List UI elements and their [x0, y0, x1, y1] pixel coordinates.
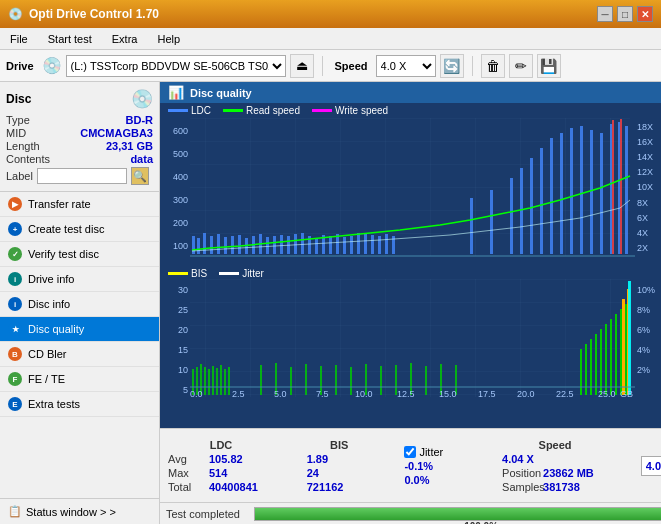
menu-file[interactable]: File [4, 31, 34, 47]
eject-button[interactable]: ⏏ [290, 54, 314, 78]
chart-top: 600 500 400 300 200 100 18X 16X 14X 12X … [160, 118, 661, 268]
svg-text:18X: 18X [637, 122, 653, 132]
status-window-label: Status window > > [26, 506, 116, 518]
svg-rect-47 [510, 178, 513, 254]
bis-header: BIS [307, 439, 372, 451]
nav-label-disc-info: Disc info [28, 298, 70, 310]
svg-rect-52 [560, 133, 563, 254]
minimize-button[interactable]: ─ [597, 6, 613, 22]
progress-bar-container: Test completed 100.0% 26:41 [160, 502, 661, 524]
sidebar-item-disc-info[interactable]: i Disc info [0, 292, 159, 317]
legend-jitter-color [219, 272, 239, 275]
save-button[interactable]: 💾 [537, 54, 561, 78]
svg-text:25.0: 25.0 [598, 389, 616, 399]
speed-dropdown[interactable]: 4.0 X [641, 456, 661, 476]
svg-text:20.0: 20.0 [517, 389, 535, 399]
edit-button[interactable]: ✏ [509, 54, 533, 78]
position-label: Position [502, 467, 537, 479]
svg-rect-51 [550, 138, 553, 254]
nav-icon-cd-bler: B [8, 347, 22, 361]
svg-text:6%: 6% [637, 325, 650, 335]
svg-text:10%: 10% [637, 285, 655, 295]
jitter-header: Jitter [419, 446, 443, 458]
nav-list: ▶ Transfer rate + Create test disc ✓ Ver… [0, 192, 159, 417]
svg-text:10X: 10X [637, 182, 653, 192]
sidebar-item-verify-test-disc[interactable]: ✓ Verify test disc [0, 242, 159, 267]
bis-stats: BIS 1.89 24 721162 [307, 439, 372, 493]
svg-text:500: 500 [173, 149, 188, 159]
svg-rect-77 [208, 369, 210, 395]
svg-rect-26 [266, 237, 269, 254]
svg-text:5: 5 [183, 385, 188, 395]
menu-help[interactable]: Help [151, 31, 186, 47]
max-jitter: 0.0% [404, 474, 469, 486]
svg-text:15: 15 [178, 345, 188, 355]
menubar: File Start test Extra Help [0, 28, 661, 50]
type-value: BD-R [126, 114, 154, 126]
svg-rect-30 [294, 234, 297, 254]
total-ldc: 40400841 [209, 481, 274, 493]
svg-rect-61 [620, 119, 622, 254]
ldc-stats: LDC Avg 105.82 Max 514 Total 40400841 [168, 439, 274, 493]
svg-rect-17 [203, 233, 206, 254]
menu-extra[interactable]: Extra [106, 31, 144, 47]
svg-rect-101 [600, 329, 602, 395]
nav-icon-create-test-disc: + [8, 222, 22, 236]
length-value: 23,31 GB [106, 140, 153, 152]
menu-start-test[interactable]: Start test [42, 31, 98, 47]
sidebar-item-fe-te[interactable]: F FE / TE [0, 367, 159, 392]
label-input[interactable] [37, 168, 127, 184]
svg-text:14X: 14X [637, 152, 653, 162]
svg-rect-104 [615, 314, 617, 395]
refresh-button[interactable]: 🔄 [440, 54, 464, 78]
legend-read-speed-label: Read speed [246, 105, 300, 116]
nav-label-fe-te: FE / TE [28, 373, 65, 385]
chart-header: 📊 Disc quality [160, 82, 661, 103]
maximize-button[interactable]: □ [617, 6, 633, 22]
sidebar-item-drive-info[interactable]: i Drive info [0, 267, 159, 292]
svg-rect-91 [380, 366, 382, 395]
ldc-header: LDC [168, 439, 274, 451]
sidebar-item-create-test-disc[interactable]: + Create test disc [0, 217, 159, 242]
svg-rect-89 [350, 367, 352, 395]
status-window-button[interactable]: 📋 Status window > > [0, 498, 159, 524]
max-label: Max [168, 467, 203, 479]
progress-track: 100.0% [254, 507, 661, 521]
svg-text:400: 400 [173, 172, 188, 182]
sidebar-item-transfer-rate[interactable]: ▶ Transfer rate [0, 192, 159, 217]
contents-value: data [130, 153, 153, 165]
legend-ldc-color [168, 109, 188, 112]
legend-write-speed: Write speed [312, 105, 388, 116]
avg-label: Avg [168, 453, 203, 465]
sidebar-item-disc-quality[interactable]: ★ Disc quality [0, 317, 159, 342]
svg-rect-28 [280, 235, 283, 254]
svg-rect-107 [622, 299, 625, 395]
label-browse-button[interactable]: 🔍 [131, 167, 149, 185]
nav-icon-fe-te: F [8, 372, 22, 386]
svg-text:2X: 2X [637, 243, 648, 253]
sidebar-item-extra-tests[interactable]: E Extra tests [0, 392, 159, 417]
svg-text:200: 200 [173, 218, 188, 228]
svg-rect-106 [625, 304, 627, 395]
sidebar-item-cd-bler[interactable]: B CD Bler [0, 342, 159, 367]
drive-icon: 💿 [42, 56, 62, 75]
speed-select[interactable]: 4.0 X [376, 55, 436, 77]
nav-icon-drive-info: i [8, 272, 22, 286]
charts-area: LDC Read speed Write speed [160, 103, 661, 428]
svg-rect-33 [315, 238, 318, 254]
svg-text:2.5: 2.5 [232, 389, 245, 399]
jitter-stats: Jitter -0.1% 0.0% [404, 446, 469, 486]
jitter-checkbox[interactable] [404, 446, 416, 458]
separator2 [472, 56, 473, 76]
svg-text:600: 600 [173, 126, 188, 136]
top-chart-svg: 600 500 400 300 200 100 18X 16X 14X 12X … [160, 118, 661, 258]
max-bis: 24 [307, 467, 372, 479]
progress-fill [255, 508, 661, 520]
drive-label: Drive [6, 60, 34, 72]
nav-icon-disc-quality: ★ [8, 322, 22, 336]
close-button[interactable]: ✕ [637, 6, 653, 22]
svg-rect-43 [385, 234, 388, 254]
drive-select[interactable]: (L:) TSSTcorp BDDVDW SE-506CB TS02 [66, 55, 286, 77]
delete-button[interactable]: 🗑 [481, 54, 505, 78]
svg-rect-86 [305, 364, 307, 395]
